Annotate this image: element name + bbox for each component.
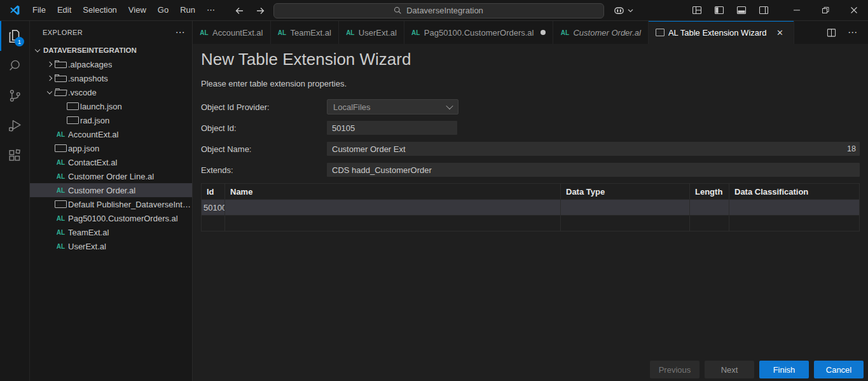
tree-item[interactable]: Customer Order.al <box>30 183 192 197</box>
tree-item[interactable]: ContactExt.al <box>30 155 192 169</box>
tree-item-label: ContactExt.al <box>68 158 117 167</box>
tab-label: Customer Order.al <box>573 28 640 38</box>
cell-length[interactable] <box>690 200 729 215</box>
editor-group: AccountExt.al ✕ TeamExt.al ✕ UserExt.a <box>193 21 868 381</box>
customize-layout-icon[interactable] <box>689 3 705 18</box>
activitybar-extensions[interactable] <box>0 141 29 170</box>
toggle-panel-icon[interactable] <box>733 3 750 18</box>
cell-data-type[interactable] <box>561 216 690 231</box>
cell-name[interactable] <box>225 216 561 231</box>
explorer-root-folder[interactable]: DATAVERSEINTEGRATION <box>30 43 192 57</box>
explorer-sidebar: EXPLORER ⋯ DATAVERSEINTEGRATION .alpacka… <box>30 21 193 381</box>
menu-item[interactable]: Selection <box>77 3 122 18</box>
tree-item[interactable]: .vscode <box>30 85 192 99</box>
menu-item[interactable]: ⋯ <box>201 3 221 18</box>
wizard-buttons: Previous Next Finish Cancel <box>650 361 864 378</box>
object-id-input[interactable] <box>327 121 457 135</box>
explorer-more-actions-icon[interactable]: ⋯ <box>173 25 187 39</box>
tab-close-icon[interactable]: ✕ <box>774 26 787 39</box>
object-name-input[interactable] <box>327 142 860 156</box>
editor-tab[interactable]: Customer Order.al ✕ <box>553 21 648 44</box>
menu-item[interactable]: Go <box>152 3 174 18</box>
column-header: Data Type <box>561 184 690 199</box>
chevron-down-icon <box>446 102 453 109</box>
activitybar-source-control[interactable] <box>0 81 29 111</box>
menu-item[interactable]: Edit <box>52 3 77 18</box>
wizard-subtitle: Please enter table extension properties. <box>201 79 860 88</box>
toggle-secondary-sidebar-icon[interactable] <box>755 3 772 18</box>
run-debug-icon <box>7 118 23 134</box>
editor-more-actions-icon[interactable]: ⋯ <box>846 25 860 39</box>
menu-item[interactable]: View <box>123 3 152 18</box>
editor-tab[interactable]: UserExt.al ✕ <box>339 21 404 44</box>
tree-item[interactable]: app.json <box>30 141 192 155</box>
minimize-button[interactable] <box>782 0 811 21</box>
cell-id[interactable]: 50100 <box>202 200 225 215</box>
column-header: Name <box>225 184 561 199</box>
wizard-button[interactable]: Finish <box>759 361 809 378</box>
extends-input[interactable] <box>327 163 860 177</box>
toggle-primary-sidebar-icon[interactable] <box>711 3 727 18</box>
file-type-icon <box>54 90 67 96</box>
vscode-logo-icon <box>9 4 20 16</box>
tree-item[interactable]: UserExt.al <box>30 239 192 253</box>
copilot-button[interactable] <box>610 4 636 17</box>
tree-item[interactable]: Default Publisher_DataverseInte... <box>30 197 192 211</box>
tree-item[interactable]: Pag50100.CustomerOrders.al <box>30 211 192 225</box>
wizard-button[interactable]: Cancel <box>814 361 864 378</box>
editor-tab[interactable]: AccountExt.al ✕ <box>193 21 271 44</box>
tree-item[interactable]: AccountExt.al <box>30 127 192 141</box>
wizard-button[interactable]: Previous <box>650 361 699 378</box>
tab-file-icon <box>278 29 287 36</box>
extensions-icon <box>7 148 23 163</box>
split-editor-icon[interactable] <box>824 25 838 39</box>
tab-label: AccountExt.al <box>212 28 263 38</box>
chevron-down-icon <box>32 49 43 52</box>
forward-arrow-icon[interactable] <box>253 4 267 18</box>
activitybar-run-debug[interactable] <box>0 111 29 141</box>
table-row[interactable]: 50100 <box>202 199 859 215</box>
close-button[interactable] <box>839 0 868 21</box>
file-type-icon <box>55 131 67 138</box>
editor-tab[interactable]: TeamExt.al ✕ <box>271 21 339 44</box>
tree-item[interactable]: .snapshots <box>30 71 192 85</box>
tree-item[interactable]: Customer Order Line.al <box>30 169 192 183</box>
table-row[interactable] <box>202 215 859 231</box>
object-name-label: Object Name: <box>201 144 327 154</box>
cell-data-type[interactable] <box>561 200 690 215</box>
fields-table-header: Id Name Data Type Length Data Classifica… <box>202 184 859 199</box>
tree-item[interactable]: launch.json <box>30 99 192 113</box>
cell-id[interactable] <box>202 216 225 231</box>
table-extension-wizard: New Table Extension Wizard Please enter … <box>193 44 868 381</box>
command-center-search[interactable]: DataverseIntegration <box>273 3 604 18</box>
wizard-button[interactable]: Next <box>705 361 754 378</box>
editor-tab[interactable]: AL Table Extension Wizard ✕ <box>649 21 794 44</box>
menu-item[interactable]: File <box>27 3 52 18</box>
cell-length[interactable] <box>690 216 729 231</box>
column-header: Length <box>690 184 729 199</box>
activitybar-explorer[interactable]: 1 <box>0 21 29 51</box>
tree-item[interactable]: rad.json <box>30 113 192 127</box>
restore-button[interactable] <box>811 0 839 21</box>
titlebar: File Edit Selection View Go Run ⋯ <box>0 0 868 21</box>
menubar: File Edit Selection View Go Run ⋯ <box>27 3 221 18</box>
file-type-icon <box>55 215 67 222</box>
menu-item[interactable]: Run <box>174 3 201 18</box>
tree-item-label: AccountExt.al <box>68 130 119 139</box>
cell-data-classification[interactable] <box>729 216 859 231</box>
object-name-row: Object Name: 18 <box>201 141 860 156</box>
tree-item[interactable]: TeamExt.al <box>30 225 192 239</box>
search-icon <box>7 58 23 74</box>
tab-label: UserExt.al <box>359 28 397 38</box>
extends-label: Extends: <box>201 165 327 175</box>
activitybar-search[interactable] <box>0 51 29 81</box>
back-arrow-icon[interactable] <box>233 4 247 18</box>
object-id-provider-select[interactable]: LocalFiles <box>327 99 458 114</box>
object-id-label: Object Id: <box>201 123 327 133</box>
cell-data-classification[interactable] <box>729 200 859 215</box>
tree-item[interactable]: .alpackages <box>30 57 192 71</box>
editor-tab[interactable]: Pag50100.CustomerOrders.al ✕ <box>404 21 554 44</box>
tab-file-icon <box>656 29 665 36</box>
cell-name[interactable] <box>225 200 561 215</box>
titlebar-right <box>689 0 868 20</box>
